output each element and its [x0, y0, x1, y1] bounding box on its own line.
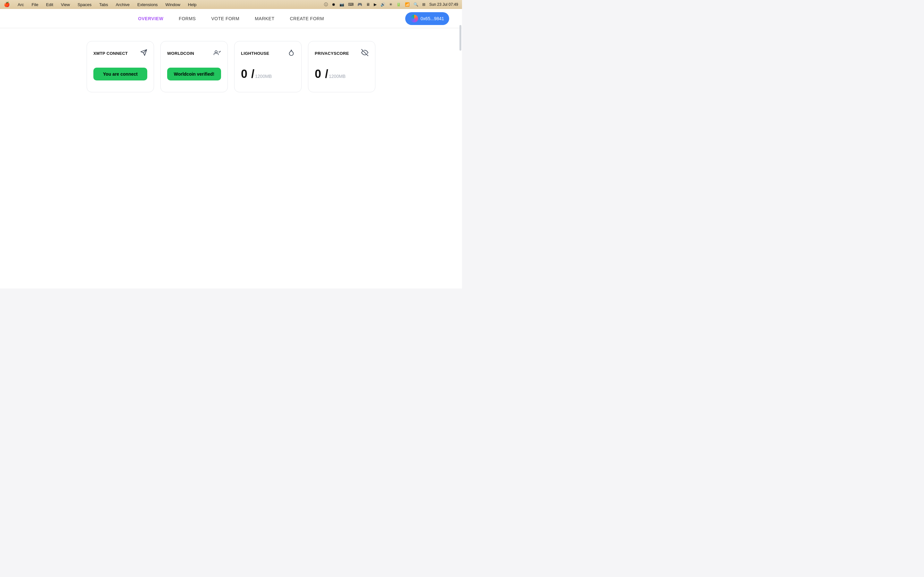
- scrollbar[interactable]: [459, 25, 461, 51]
- menu-view[interactable]: View: [60, 2, 71, 8]
- menu-file[interactable]: File: [31, 2, 40, 8]
- menubar-keyboard-icon[interactable]: ⌨: [348, 2, 354, 7]
- xmtp-card-content: You are connect: [94, 64, 147, 84]
- nav-market[interactable]: MARKET: [254, 13, 276, 24]
- lighthouse-storage-used: 0: [241, 67, 247, 81]
- lighthouse-storage-slash: /: [248, 67, 254, 81]
- main-content: XMTP CONNECT You are connect WORLDCOIN: [0, 28, 462, 288]
- send-icon: [140, 49, 147, 57]
- menu-window[interactable]: Window: [164, 2, 182, 8]
- lighthouse-card-header: LIGHTHOUSE: [241, 49, 295, 57]
- privacyscore-storage-used: 0: [315, 67, 321, 81]
- menubar-battery-icon[interactable]: 🔋: [396, 2, 401, 7]
- bucket-icon: [288, 49, 295, 57]
- menubar-control-icon[interactable]: ⊞: [422, 2, 425, 7]
- menu-edit[interactable]: Edit: [45, 2, 54, 8]
- menu-spaces[interactable]: Spaces: [76, 2, 93, 8]
- cards-grid: XMTP CONNECT You are connect WORLDCOIN: [87, 41, 375, 92]
- menubar-datetime: Sun 23 Jul 07:49: [429, 2, 458, 7]
- privacyscore-card-content: 0 / 1200MB: [315, 64, 368, 84]
- xmtp-card-title: XMTP CONNECT: [94, 51, 128, 56]
- menubar-wifi-icon[interactable]: 📶: [405, 2, 410, 7]
- nav-overview[interactable]: OVERVIEW: [137, 13, 165, 24]
- privacyscore-card-title: PRIVACYSCORE: [315, 51, 349, 56]
- menubar-screen-icon[interactable]: 🖥: [366, 2, 370, 7]
- menubar-left: 🍎 Arc File Edit View Spaces Tabs Archive…: [4, 2, 198, 8]
- menubar-play-icon[interactable]: ▶: [374, 2, 376, 7]
- svg-point-2: [215, 51, 217, 53]
- nav-forms[interactable]: FORMS: [178, 13, 197, 24]
- privacyscore-storage-slash: /: [322, 67, 328, 81]
- person-check-icon: [213, 49, 221, 57]
- worldcoin-card: WORLDCOIN Worldcoin verified!: [160, 41, 228, 92]
- menubar-bluetooth-icon[interactable]: ✳: [389, 2, 393, 7]
- menu-extensions[interactable]: Extensions: [136, 2, 159, 8]
- wallet-button[interactable]: 0x65...9841: [405, 12, 449, 25]
- xmtp-connected-button[interactable]: You are connect: [94, 68, 147, 81]
- privacyscore-card: PRIVACYSCORE 0 / 1200MB: [308, 41, 375, 92]
- menubar-search-icon[interactable]: 🔍: [414, 2, 418, 7]
- wallet-avatar-icon: [410, 15, 418, 23]
- lighthouse-storage-display: 0 / 1200MB: [241, 67, 272, 81]
- menu-arc[interactable]: Arc: [16, 2, 25, 8]
- privacyscore-storage-max: 1200MB: [329, 74, 346, 79]
- wallet-address: 0x65...9841: [421, 16, 444, 21]
- menubar-right: ⓘ ⏺ 📷 ⌨ 🎮 🖥 ▶ 🔊 ✳ 🔋 📶 🔍 ⊞ Sun 23 Jul 07:…: [324, 2, 458, 7]
- worldcoin-verified-button[interactable]: Worldcoin verified!: [167, 68, 221, 81]
- menubar-record-icon[interactable]: ⏺: [332, 2, 336, 7]
- privacyscore-card-header: PRIVACYSCORE: [315, 49, 368, 57]
- lighthouse-card-title: LIGHTHOUSE: [241, 51, 269, 56]
- menubar: 🍎 Arc File Edit View Spaces Tabs Archive…: [0, 0, 462, 9]
- lighthouse-card: LIGHTHOUSE 0 / 1200MB: [234, 41, 302, 92]
- menubar-gamepad-icon[interactable]: 🎮: [357, 2, 362, 7]
- menu-help[interactable]: Help: [187, 2, 198, 8]
- menu-archive[interactable]: Archive: [115, 2, 131, 8]
- worldcoin-card-title: WORLDCOIN: [167, 51, 194, 56]
- xmtp-card-header: XMTP CONNECT: [94, 49, 147, 57]
- browser-content: OVERVIEW FORMS VOTE FORM MARKET CREATE F…: [0, 9, 462, 288]
- menubar-volume-icon[interactable]: 🔊: [381, 2, 385, 7]
- worldcoin-card-content: Worldcoin verified!: [167, 64, 221, 84]
- nav-vote-form[interactable]: VOTE FORM: [210, 13, 241, 24]
- lighthouse-card-content: 0 / 1200MB: [241, 64, 295, 84]
- navbar: OVERVIEW FORMS VOTE FORM MARKET CREATE F…: [0, 9, 462, 28]
- menubar-camera-icon[interactable]: 📷: [339, 2, 344, 7]
- menu-tabs[interactable]: Tabs: [98, 2, 109, 8]
- eye-slash-icon: [361, 49, 368, 57]
- apple-logo-icon[interactable]: 🍎: [4, 2, 10, 7]
- lighthouse-storage-max: 1200MB: [255, 74, 272, 79]
- nav-create-form[interactable]: CREATE FORM: [288, 13, 325, 24]
- xmtp-connect-card: XMTP CONNECT You are connect: [87, 41, 154, 92]
- privacyscore-storage-display: 0 / 1200MB: [315, 67, 346, 81]
- menubar-info-icon[interactable]: ⓘ: [324, 2, 328, 7]
- worldcoin-card-header: WORLDCOIN: [167, 49, 221, 57]
